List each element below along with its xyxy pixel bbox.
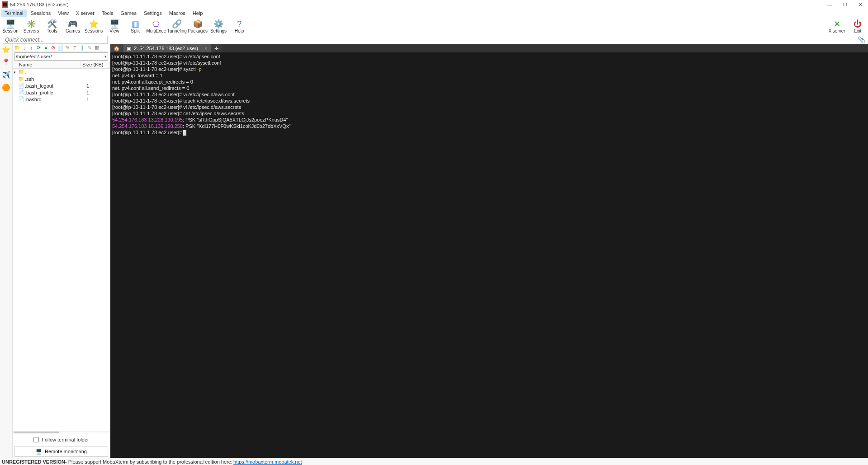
toolbar-games[interactable]: 🎮Games	[62, 18, 83, 35]
sftp-sidebar: 📁↓↑⟳●⊘📄✎T❙✎▦ /home/ec2-user/ ▾ Name Size…	[13, 44, 110, 458]
toolbar-packages[interactable]: 📦Packages	[187, 18, 208, 35]
home-icon: 🏠	[114, 46, 120, 52]
quick-connect-input[interactable]	[3, 36, 108, 44]
folder-icon: 📁	[18, 69, 24, 75]
sidebar-tool-1[interactable]: ↓	[21, 45, 28, 51]
toolbar-label: Session	[2, 28, 19, 33]
sidebar-tool-3[interactable]: ⟳	[35, 45, 42, 51]
menu-macros[interactable]: Macros	[166, 9, 189, 17]
leftbar-icon-2[interactable]: ✈️	[2, 70, 11, 80]
toolbar-label: MultiExec	[146, 28, 166, 33]
sidebar-tool-2[interactable]: ↑	[28, 45, 35, 51]
minimize-button[interactable]: —	[822, 0, 837, 9]
toolbar-exit[interactable]: ⏻Exit	[847, 18, 868, 35]
terminal-tabbar: 🏠 ▣ 2. 54.254.176.183 (ec2-user) × ✚	[110, 44, 868, 52]
app-icon	[2, 1, 8, 8]
menu-view[interactable]: View	[54, 9, 72, 17]
file-size: 1	[79, 90, 97, 95]
toolbar-multiexec[interactable]: ⎔MultiExec	[146, 18, 166, 35]
leftbar-icon-1[interactable]: 📍	[2, 58, 11, 67]
file-name: .bash_logout	[24, 83, 79, 89]
file-size: 1	[79, 97, 97, 102]
file-row[interactable]: 📄.bashrc1	[13, 96, 110, 103]
quick-connect-bar: 📎	[0, 35, 868, 44]
toolbar-session[interactable]: 🖥️Session	[0, 18, 21, 35]
window-controls: — ☐ ✕	[822, 0, 868, 9]
toolbar-tools[interactable]: 🛠️Tools	[42, 18, 62, 35]
toolbar-x-server[interactable]: ✕X server	[826, 18, 847, 35]
sidebar-tool-10[interactable]: ✎	[86, 45, 93, 51]
sidebar-tool-8[interactable]: T	[71, 45, 78, 51]
help-icon: ?	[237, 20, 242, 28]
file-list-header[interactable]: Name Size (KB)	[13, 61, 110, 69]
paperclip-icon[interactable]: 📎	[858, 36, 865, 43]
toolbar-view[interactable]: 🖥️View	[104, 18, 125, 35]
toolbar-settings[interactable]: ⚙️Settings	[208, 18, 229, 35]
menu-help[interactable]: Help	[189, 9, 207, 17]
sidebar-tool-4[interactable]: ●	[43, 45, 49, 51]
menu-tools[interactable]: Tools	[98, 9, 117, 17]
terminal-panel: 🏠 ▣ 2. 54.254.176.183 (ec2-user) × ✚ [ro…	[110, 44, 868, 458]
maximize-button[interactable]: ☐	[837, 0, 853, 9]
sidebar-tool-5[interactable]: ⊘	[50, 45, 57, 51]
toolbar-help[interactable]: ?Help	[229, 18, 250, 35]
main-toolbar: 🖥️Session✳️Servers🛠️Tools🎮Games⭐Sessions…	[0, 17, 868, 35]
toolbar-label: Tunneling	[167, 28, 187, 33]
sidebar-tool-9[interactable]: ❙	[79, 45, 85, 51]
leftbar-icon-0[interactable]: ⭐	[2, 45, 11, 54]
file-icon: 📄	[18, 89, 24, 95]
plus-icon: ✚	[214, 46, 218, 52]
terminal-output[interactable]: [root@ip-10-11-1-78 ec2-user]# vi /etc/i…	[110, 52, 868, 458]
tab-new[interactable]: ✚	[211, 44, 222, 52]
menu-terminal[interactable]: Terminal	[1, 9, 27, 17]
status-link[interactable]: https://mobaxterm.mobatek.net	[233, 459, 302, 465]
exit-icon: ⏻	[854, 20, 862, 28]
toolbar-split[interactable]: ▥Split	[125, 18, 146, 35]
menu-games[interactable]: Games	[117, 9, 140, 17]
path-selector[interactable]: /home/ec2-user/ ▾	[14, 52, 108, 61]
toolbar-label: Exit	[854, 28, 862, 33]
file-name: ..	[24, 70, 79, 75]
sidebar-tool-0[interactable]: 📁	[14, 45, 20, 51]
file-row[interactable]: ▾📁..	[13, 69, 110, 75]
col-size[interactable]: Size (KB)	[81, 61, 110, 68]
session-icon: 🖥️	[5, 20, 15, 28]
toolbar-sessions[interactable]: ⭐Sessions	[83, 18, 104, 35]
file-row[interactable]: 📄.bash_logout1	[13, 82, 110, 89]
file-list: Name Size (KB) ▾📁..📁.ssh📄.bash_logout1📄.…	[13, 61, 110, 431]
menu-sessions[interactable]: Sessions	[27, 9, 55, 17]
chevron-down-icon[interactable]: ▾	[104, 54, 107, 59]
split-icon: ▥	[132, 20, 139, 28]
follow-terminal-checkbox[interactable]: Follow terminal folder	[13, 434, 110, 445]
menu-x-server[interactable]: X server	[72, 9, 98, 17]
sidebar-tool-11[interactable]: ▦	[93, 45, 100, 51]
toolbar-tunneling[interactable]: 🔗Tunneling	[166, 18, 187, 35]
sidebar-tool-6[interactable]: 📄	[57, 45, 64, 51]
leftbar-icon-3[interactable]: 🟠	[2, 83, 11, 92]
tab-session-active[interactable]: ▣ 2. 54.254.176.183 (ec2-user) ×	[123, 44, 211, 52]
menu-settings[interactable]: Settings	[140, 9, 166, 17]
left-iconbar: ⭐📍✈️🟠	[0, 44, 13, 458]
tab-home[interactable]: 🏠	[110, 44, 123, 52]
window-titlebar: 54.254.176.183 (ec2-user) — ☐ ✕	[0, 0, 868, 9]
follow-terminal-input[interactable]	[33, 437, 39, 442]
col-name[interactable]: Name	[17, 61, 81, 68]
file-name: .bashrc	[24, 97, 79, 102]
close-button[interactable]: ✕	[853, 0, 868, 9]
follow-terminal-label: Follow terminal folder	[42, 437, 89, 442]
remote-monitoring-button[interactable]: 🖥️ Remote monitoring	[14, 446, 108, 457]
terminal-cursor	[183, 130, 186, 136]
toolbar-servers[interactable]: ✳️Servers	[21, 18, 42, 35]
file-name: .bash_profile	[24, 90, 79, 95]
view-icon: 🖥️	[109, 20, 119, 28]
multiexec-icon: ⎔	[152, 20, 160, 28]
toolbar-label: Packages	[188, 28, 208, 33]
toolbar-label: Help	[235, 28, 244, 33]
path-text: /home/ec2-user/	[16, 54, 104, 59]
sidebar-tool-7[interactable]: ✎	[64, 45, 71, 51]
sidebar-toolbar: 📁↓↑⟳●⊘📄✎T❙✎▦	[13, 44, 110, 52]
file-row[interactable]: 📁.ssh	[13, 75, 110, 82]
status-bold: UNREGISTERED VERSION	[2, 459, 65, 465]
tab-close-icon[interactable]: ×	[204, 46, 207, 51]
file-row[interactable]: 📄.bash_profile1	[13, 89, 110, 96]
